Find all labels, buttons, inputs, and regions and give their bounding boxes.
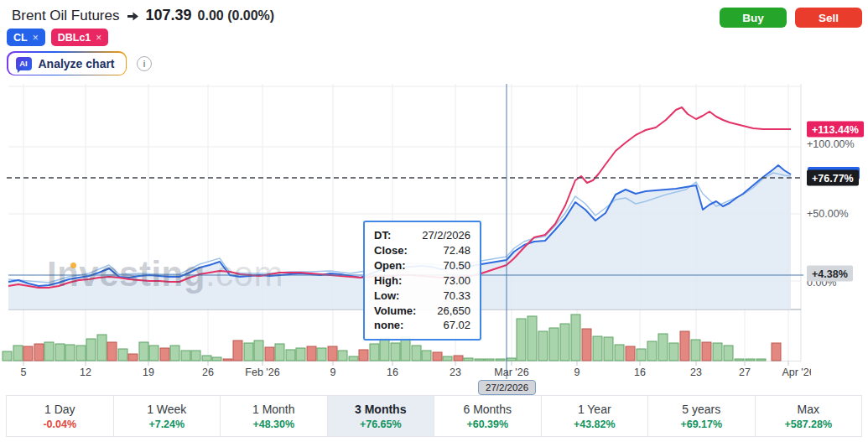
volume-bar [107, 342, 117, 361]
volume-bar [86, 339, 96, 361]
volume-bar [454, 356, 463, 361]
volume-bar [97, 335, 107, 361]
volume-bar [475, 359, 484, 361]
volume-bar [464, 358, 473, 361]
volume-bar [34, 344, 44, 361]
volume-bar [538, 331, 548, 361]
x-axis-label: 16 [387, 367, 398, 378]
timeframe-tab-1-day[interactable]: 1 Day-0.04% [7, 396, 114, 436]
timeframe-tab-max[interactable]: Max+587.28% [756, 396, 862, 436]
volume-bar [275, 344, 284, 361]
volume-bar [244, 343, 253, 361]
chart-canvas[interactable]: Investing.com +113.44%+100.00%+76.77%+50… [0, 0, 868, 442]
volume-bar [496, 359, 505, 361]
volume-bar [604, 337, 613, 361]
axis-badge-black: +76.77% [807, 170, 859, 186]
tooltip-label: High: [374, 273, 402, 289]
timeframe-tabs: 1 Day-0.04%1 Week+7.24%1 Month+48.30%3 M… [6, 395, 862, 437]
volume-bar [328, 346, 337, 361]
volume-bar [517, 319, 526, 361]
volume-bar [160, 348, 169, 361]
tab-change-value: +43.82% [574, 419, 616, 430]
volume-bar [191, 351, 200, 361]
tab-change-value: +76.65% [360, 419, 402, 430]
volume-bar [401, 337, 410, 361]
x-axis-label: 23 [450, 367, 461, 378]
tooltip-row: Low:70.33 [374, 289, 470, 304]
tab-label: 1 Week [147, 403, 186, 416]
volume-bar [265, 347, 274, 361]
volume-bar [254, 341, 263, 361]
volume-bar [233, 341, 242, 361]
volume-bar [44, 342, 54, 361]
timeframe-tab-6-months[interactable]: 6 Months+60.39% [434, 396, 542, 436]
x-axis-label: 23 [690, 367, 702, 378]
x-axis-label: 12 [80, 367, 91, 378]
tooltip-value: 73.00 [443, 273, 470, 289]
x-axis-label: Apr '26 [782, 367, 811, 378]
timeframe-tab-1-week[interactable]: 1 Week+7.24% [114, 396, 221, 436]
tooltip-label: DT: [374, 228, 391, 243]
tooltip-row: High:73.00 [374, 273, 470, 289]
x-axis: 5121926Feb '2691623Mar '269162327Apr '26 [0, 367, 811, 380]
tooltip-label: none: [374, 318, 403, 333]
volume-bar [128, 354, 138, 361]
axis-tick-label: +50.00% [807, 208, 849, 220]
crosshair-date-badge: 27/2/2026 [478, 380, 536, 395]
volume-bar [647, 341, 657, 361]
volume-bar [658, 334, 668, 361]
volume-bar [118, 349, 127, 361]
volume-bar [422, 351, 431, 361]
volume-bar [149, 346, 159, 361]
volume-bar [223, 359, 232, 361]
volume-bar [370, 344, 379, 361]
timeframe-tab-1-year[interactable]: 1 Year+43.82% [542, 396, 649, 436]
tab-label: Max [798, 403, 819, 416]
volume-bar [691, 340, 700, 361]
tab-label: 1 Year [578, 403, 611, 416]
volume-bar [412, 346, 421, 361]
volume-bar [637, 349, 646, 361]
timeframe-tab-5-years[interactable]: 5 years+69.17% [648, 396, 756, 436]
timeframe-tab-3-months[interactable]: 3 Months+76.65% [328, 396, 435, 436]
timeframe-tab-1-month[interactable]: 1 Month+48.30% [221, 396, 328, 436]
volume-bar [317, 348, 326, 361]
volume-bar [507, 358, 516, 361]
volume-bar [593, 336, 602, 361]
tab-change-value: +69.17% [680, 419, 722, 430]
x-axis-label: 9 [330, 367, 336, 378]
axis-badge-gray: +4.38% [807, 266, 853, 282]
tooltip-value: 67.02 [443, 318, 470, 333]
volume-bar [170, 346, 179, 361]
x-axis-label: Feb '26 [245, 367, 279, 378]
x-axis-label: 27 [739, 367, 751, 378]
volume-bar [359, 350, 368, 361]
volume-bar [746, 359, 755, 361]
volume-bar [181, 351, 190, 361]
volume-bar [713, 343, 722, 361]
volume-bar [286, 350, 295, 361]
tooltip-label: Close: [374, 243, 408, 258]
volume-bar [615, 345, 624, 361]
volume-bar [202, 356, 211, 361]
volume-bar [702, 342, 711, 361]
x-axis-label: 5 [21, 367, 27, 378]
x-axis-label: 19 [143, 367, 154, 378]
x-axis-label: Mar '26 [494, 367, 528, 378]
tab-label: 3 Months [355, 403, 406, 416]
volume-bar [3, 351, 12, 361]
volume-bar [338, 351, 347, 361]
volume-bar [560, 324, 569, 361]
volume-bar [433, 352, 442, 361]
volume-bar [735, 359, 744, 361]
tooltip-label: Low: [374, 289, 399, 304]
volume-bar [626, 346, 635, 361]
volume-bar [23, 346, 33, 361]
tab-change-value: -0.04% [43, 419, 76, 430]
tooltip-row: Open:70.50 [374, 258, 470, 273]
tooltip-value: 26,650 [437, 304, 470, 319]
tooltip-value: 27/2/2026 [422, 228, 470, 243]
tab-change-value: +7.24% [148, 419, 185, 430]
tooltip-value: 72.48 [443, 243, 470, 258]
tooltip-value: 70.33 [443, 289, 470, 304]
